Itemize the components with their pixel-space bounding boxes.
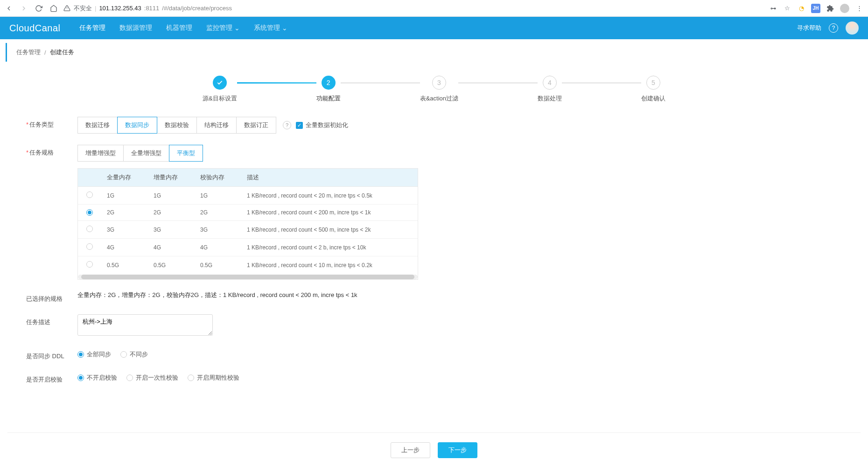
logo-cloud: Cloud: [9, 23, 35, 33]
verify-once[interactable]: 开启一次性校验: [126, 374, 178, 382]
step-5-label: 创建确认: [641, 94, 665, 103]
spec-row[interactable]: 3G3G3G1 KB/record , record count < 500 m…: [78, 221, 418, 239]
help-icon[interactable]: ?: [829, 23, 838, 33]
spec-cell-desc: 1 KB/record , record count < 20 m, incre…: [241, 187, 418, 205]
full-init-label: 全量数据初始化: [306, 121, 348, 129]
spec-cell-incr: 2G: [148, 205, 195, 221]
help-tooltip-icon[interactable]: ?: [283, 121, 291, 129]
spec-cell-incr: 4G: [148, 239, 195, 256]
step-2-label: 功能配置: [316, 94, 341, 103]
forward-icon[interactable]: [20, 4, 28, 13]
home-icon[interactable]: [49, 4, 58, 13]
task-type-sync[interactable]: 数据同步: [117, 117, 157, 134]
top-nav-bar: CloudCanal 任务管理 数据源管理 机器管理 监控管理 ⌄ 系统管理 ⌄…: [0, 17, 868, 39]
wizard-steps: 源&目标设置 2 功能配置 3 表&action过滤 4 数据处理 5 创建确认: [7, 62, 861, 112]
chevron-down-icon: ⌄: [282, 24, 287, 32]
spec-col-incr: 增量内存: [148, 169, 195, 187]
sync-ddl-all[interactable]: 全部同步: [77, 350, 111, 359]
spec-row[interactable]: 1G1G1G1 KB/record , record count < 20 m,…: [78, 187, 418, 205]
step-2-circle[interactable]: 2: [322, 76, 336, 90]
verify-periodic[interactable]: 开启周期性校验: [188, 374, 239, 382]
radio-icon: [120, 351, 127, 358]
step-connector: [237, 82, 316, 84]
spec-cell-desc: 1 KB/record , record count < 10 m, incre…: [241, 256, 418, 274]
task-type-migrate[interactable]: 数据迁移: [77, 117, 118, 134]
nav-machine-mgmt[interactable]: 机器管理: [166, 24, 192, 32]
spec-row[interactable]: 4G4G4G1 KB/record , record count < 2 b, …: [78, 239, 418, 256]
breadcrumb-item-2: 创建任务: [50, 48, 74, 57]
step-3-circle[interactable]: 3: [432, 76, 446, 90]
nav-task-mgmt[interactable]: 任务管理: [79, 24, 105, 32]
star-icon[interactable]: ☆: [783, 4, 791, 13]
step-1-circle[interactable]: [213, 76, 227, 90]
spec-col-desc: 描述: [241, 169, 418, 187]
breadcrumb-item-1[interactable]: 任务管理: [16, 48, 41, 57]
step-connector: [562, 82, 641, 84]
extensions-icon[interactable]: [826, 4, 834, 13]
task-type-struct[interactable]: 结构迁移: [196, 117, 237, 134]
task-spec-tabs: 增量增强型 全量增强型 平衡型: [77, 145, 842, 162]
logo[interactable]: CloudCanal: [9, 23, 61, 34]
verify-off[interactable]: 不开启校验: [77, 374, 117, 382]
logo-canal: Canal: [35, 23, 61, 33]
spec-cell-verify: 2G: [195, 205, 241, 221]
nav-monitor-mgmt[interactable]: 监控管理 ⌄: [206, 24, 240, 32]
nav-datasource-mgmt[interactable]: 数据源管理: [119, 24, 152, 32]
radio-icon: [77, 351, 84, 358]
spec-col-verify: 校验内存: [195, 169, 241, 187]
task-type-correct[interactable]: 数据订正: [236, 117, 276, 134]
spec-row[interactable]: 2G2G2G1 KB/record , record count < 200 m…: [78, 205, 418, 221]
radio-icon: [126, 375, 133, 381]
spec-cell-full: 3G: [101, 221, 148, 239]
step-4-circle[interactable]: 4: [543, 76, 557, 90]
full-init-checkbox[interactable]: ✓ 全量数据初始化: [296, 121, 348, 129]
radio-icon: [86, 243, 93, 250]
browser-chrome: 不安全 | 101.132.255.43:8111/#/data/job/cre…: [0, 0, 868, 17]
back-icon[interactable]: [5, 4, 13, 13]
spec-balanced[interactable]: 平衡型: [169, 145, 203, 162]
spec-cell-full: 4G: [101, 239, 148, 256]
key-icon[interactable]: ⊶: [769, 4, 777, 13]
spec-col-radio: [78, 169, 101, 187]
check-icon: ✓: [296, 122, 303, 129]
spec-full-enh[interactable]: 全量增强型: [123, 145, 169, 162]
prev-button[interactable]: 上一步: [391, 442, 430, 458]
spec-cell-verify: 1G: [195, 187, 241, 205]
nav-system-mgmt[interactable]: 系统管理 ⌄: [254, 24, 287, 32]
profile-avatar[interactable]: [840, 4, 849, 13]
chevron-down-icon: ⌄: [234, 24, 240, 32]
nav-system-label: 系统管理: [254, 24, 280, 32]
task-type-label: *任务类型: [26, 117, 77, 129]
step-connector: [341, 82, 420, 84]
task-type-verify[interactable]: 数据校验: [157, 117, 197, 134]
task-type-tabs: 数据迁移 数据同步 数据校验 结构迁移 数据订正: [77, 117, 276, 134]
user-avatar[interactable]: [846, 21, 859, 35]
spec-row[interactable]: 0.5G0.5G0.5G1 KB/record , record count <…: [78, 256, 418, 274]
horizontal-scrollbar[interactable]: [78, 275, 418, 279]
spec-cell-verify: 3G: [195, 221, 241, 239]
nav-monitor-label: 监控管理: [206, 24, 232, 32]
address-bar[interactable]: 不安全 | 101.132.255.43:8111/#/data/job/cre…: [63, 4, 764, 13]
task-desc-label: 任务描述: [26, 314, 77, 326]
spec-col-full: 全量内存: [101, 169, 148, 187]
ext-badge-jh[interactable]: JH: [811, 4, 820, 13]
step-5-circle[interactable]: 5: [646, 76, 660, 90]
help-link[interactable]: 寻求帮助: [797, 24, 821, 32]
next-button[interactable]: 下一步: [438, 442, 477, 458]
step-connector: [458, 82, 538, 84]
spec-incr-enh[interactable]: 增量增强型: [77, 145, 124, 162]
breadcrumb: 任务管理 / 创建任务: [6, 43, 868, 62]
menu-icon[interactable]: ⋮: [855, 4, 863, 13]
radio-icon: [86, 261, 93, 268]
sync-ddl-none[interactable]: 不同步: [120, 350, 148, 359]
ext1-icon[interactable]: ◔: [797, 4, 805, 13]
radio-icon: [188, 375, 194, 381]
task-spec-label: *任务规格: [26, 145, 77, 157]
reload-icon[interactable]: [35, 4, 43, 13]
main-card: 源&目标设置 2 功能配置 3 表&action过滤 4 数据处理 5 创建确认…: [7, 62, 861, 467]
url-path: /#/data/job/create/process: [162, 5, 232, 12]
spec-cell-full: 1G: [101, 187, 148, 205]
radio-icon: [86, 226, 93, 232]
task-desc-input[interactable]: 杭州->上海: [77, 314, 213, 336]
spec-table: 全量内存 增量内存 校验内存 描述 1G1G1G1 KB/record , re…: [77, 168, 418, 280]
